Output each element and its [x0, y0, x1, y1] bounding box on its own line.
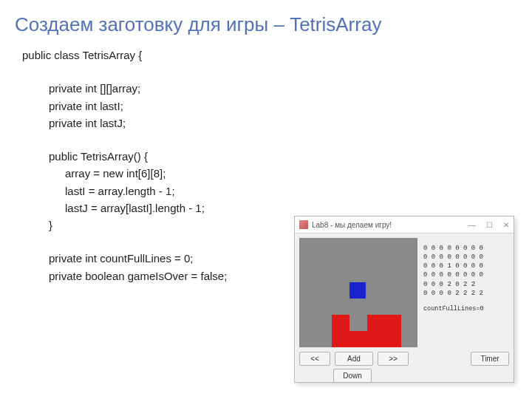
game-window: Lab8 - мы делаем игру! — ☐ ✕ 0 0 0 0 0 0…	[294, 216, 514, 383]
code-line: private int lastI;	[22, 98, 532, 115]
code-line: public class TetrisArray {	[22, 47, 532, 64]
blue-block	[349, 282, 366, 299]
prev-button[interactable]: <<	[299, 352, 330, 366]
count-full-lines: countFullLines=0	[423, 305, 509, 313]
grid-row: 0 0 0 2 0 2 2	[423, 280, 509, 289]
code-line: public TetrisArray() {	[22, 148, 532, 165]
code-line: lastJ = array[lastI].length - 1;	[22, 200, 532, 216]
down-button[interactable]: Down	[333, 369, 372, 383]
code-line: private int lastJ;	[22, 115, 532, 132]
titlebar: Lab8 - мы делаем игру! — ☐ ✕	[295, 216, 514, 233]
grid-row: 0 0 0 1 0 0 0 0	[423, 262, 509, 270]
window-title: Lab8 - мы делаем игру!	[312, 221, 468, 229]
grid-row: 0 0 0 0 2 2 2 2	[423, 289, 509, 298]
minimize-button[interactable]: —	[468, 221, 476, 229]
slide-title: Создаем заготовку для игры – TetrisArray	[0, 0, 532, 47]
red-block	[332, 315, 349, 347]
next-button[interactable]: >>	[378, 352, 409, 366]
code-line: lastI = array.length - 1;	[22, 183, 532, 200]
app-icon	[299, 220, 308, 229]
grid-row: 0 0 0 0 0 0 0 0	[423, 270, 509, 279]
code-line: array = new int[6][8];	[22, 165, 532, 182]
maximize-button[interactable]: ☐	[486, 221, 493, 229]
red-block	[367, 315, 401, 347]
red-block	[349, 331, 367, 347]
grid-readout: 0 0 0 0 0 0 0 0 0 0 0 0 0 0 0 0 0 0 0 1 …	[423, 238, 509, 347]
code-line: private int [][]array;	[22, 80, 532, 97]
close-button[interactable]: ✕	[503, 221, 509, 229]
grid-row: 0 0 0 0 0 0 0 0	[423, 244, 509, 253]
add-button[interactable]: Add	[335, 352, 373, 366]
play-area	[299, 238, 417, 347]
timer-button[interactable]: Timer	[471, 352, 509, 366]
grid-row: 0 0 0 0 0 0 0 0	[423, 253, 509, 262]
